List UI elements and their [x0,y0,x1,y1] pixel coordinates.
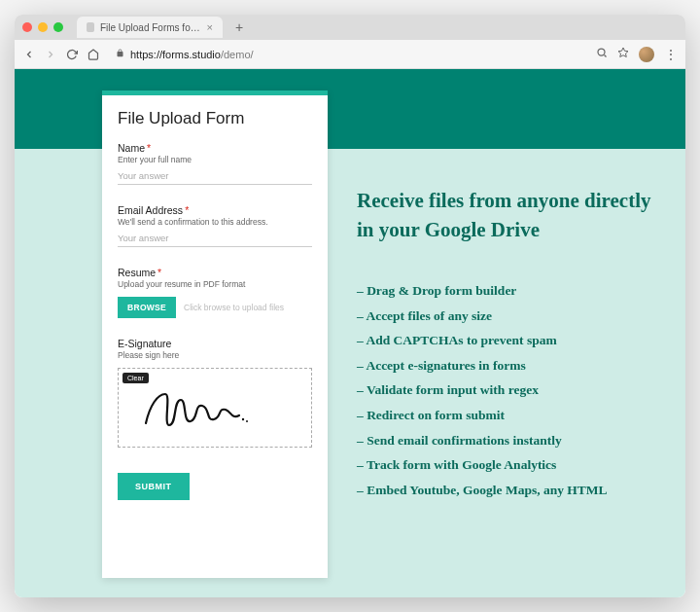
search-icon[interactable] [596,47,608,61]
feature-item: Embed Youtube, Google Maps, any HTML [357,478,656,503]
lock-icon [116,49,124,59]
maximize-window-button[interactable] [53,22,63,32]
feature-item: Redirect on form submit [357,403,656,428]
signature-help: Please sign here [118,350,312,360]
svg-point-4 [246,420,248,422]
home-button[interactable] [87,48,100,61]
feature-item: Accept e-signatures in forms [357,353,656,378]
close-tab-icon[interactable]: × [207,21,213,33]
field-resume: Resume* Upload your resume in PDF format… [118,267,312,318]
feature-item: Send email confirmations instantly [357,428,656,453]
name-input[interactable] [118,164,312,185]
signature-label: E-Signature [118,338,312,349]
form-card: File Upload Form Name* Enter your full n… [102,90,328,578]
svg-point-0 [598,49,605,55]
browser-tab[interactable]: File Upload Forms for Google × [77,17,223,38]
page-content: File Upload Form Name* Enter your full n… [15,69,685,597]
signature-pad[interactable]: Clear [118,368,312,448]
field-email: Email Address* We'll send a confirmation… [118,204,312,247]
profile-avatar[interactable] [639,47,654,62]
signature-stroke [138,386,255,435]
email-label: Email Address [118,204,183,216]
clear-signature-button[interactable]: Clear [122,373,149,383]
forward-button[interactable] [44,48,57,61]
menu-icon[interactable]: ⋮ [664,48,678,61]
browse-button[interactable]: BROWSE [118,297,176,318]
traffic-lights [22,22,63,32]
toolbar-right: ⋮ [596,47,678,62]
name-label: Name [118,142,145,154]
feature-item: Accept files of any size [357,304,656,329]
back-button[interactable] [22,48,36,61]
svg-marker-2 [618,48,628,57]
feature-item: Add CAPTCHAs to prevent spam [357,328,656,353]
tab-title: File Upload Forms for Google [100,22,201,33]
field-name: Name* Enter your full name [118,142,312,185]
resume-label: Resume [118,267,156,278]
browser-window: File Upload Forms for Google × + https:/… [15,15,685,597]
resume-help: Upload your resume in PDF format [118,279,312,289]
headline: Receive files from anyone directly in yo… [357,186,656,245]
address-bar[interactable]: https://forms.studio/demo/ [108,45,588,64]
name-help: Enter your full name [118,155,312,164]
form-title: File Upload Form [118,109,312,128]
url-text: https://forms.studio/demo/ [130,49,254,60]
tab-strip: File Upload Forms for Google × + [15,15,685,40]
submit-button[interactable]: SUBMIT [118,473,190,500]
close-window-button[interactable] [22,22,32,32]
browser-toolbar: https://forms.studio/demo/ ⋮ [15,40,685,69]
favicon-icon [87,22,94,32]
svg-line-1 [605,55,607,57]
svg-point-3 [242,418,244,420]
feature-item: Validate form input with regex [357,378,656,403]
field-signature: E-Signature Please sign here Clear [118,338,312,448]
upload-hint: Click browse to upload files [184,303,284,312]
minimize-window-button[interactable] [38,22,48,32]
feature-list: Drag & Drop form builder Accept files of… [357,278,656,503]
required-asterisk: * [185,204,189,216]
feature-item: Track form with Google Analytics [357,452,656,478]
email-help: We'll send a confirmation to this addres… [118,217,312,227]
feature-item: Drag & Drop form builder [357,278,656,304]
required-asterisk: * [158,267,161,278]
reload-button[interactable] [65,48,79,61]
required-asterisk: * [147,142,151,154]
star-icon[interactable] [617,47,629,61]
new-tab-button[interactable]: + [228,18,250,36]
email-input[interactable] [118,227,312,247]
marketing-panel: Receive files from anyone directly in yo… [357,90,656,578]
